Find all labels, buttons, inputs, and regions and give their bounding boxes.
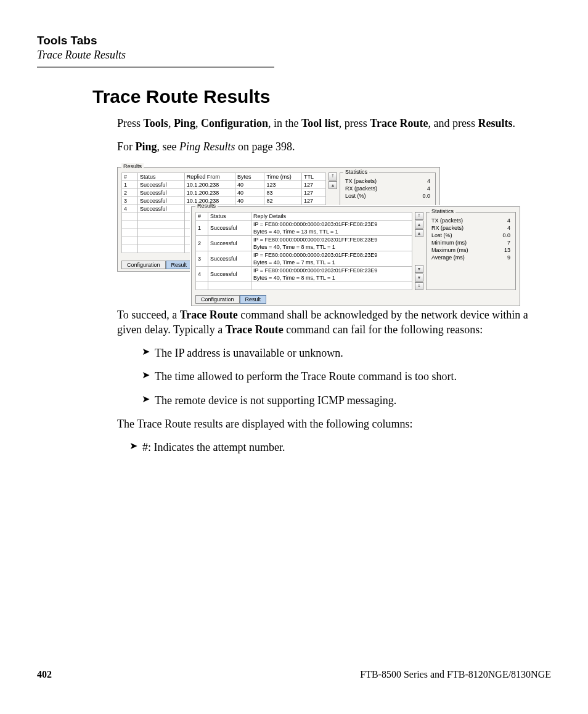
page-footer: 402 FTB-8500 Series and FTB-8120NGE/8130… (37, 669, 551, 680)
bullet-icon: ➤ (129, 440, 137, 453)
stat-row: Minimum (ms)7 (428, 239, 514, 246)
header-rule (37, 67, 274, 68)
panel-group-label: Results (121, 163, 144, 169)
panel-tabs: Configuration Result (121, 261, 192, 269)
list-item: ➤ The IP address is unavailable or unkno… (142, 346, 536, 360)
scroll-top-icon[interactable]: ⤒ (329, 172, 337, 181)
table-row: 3Successful10.1.200.2384082127 (122, 197, 326, 205)
list-item: ➤ The remote device is not supporting IC… (142, 393, 536, 408)
list-item: ➤ #: Indicates the attempt number. (129, 440, 524, 455)
stat-row: Lost (%)0.0 (428, 232, 514, 239)
results-table-ipv6: #StatusReply Details 1Successful IP = FE… (195, 212, 412, 290)
screenshot-figure: Results #StatusReplied FromBytesTime (ms… (117, 163, 551, 299)
table-row: 4Successful IP = FE80:0000:0000:0000:020… (196, 266, 412, 274)
failure-reasons-list: ➤ The IP address is unavailable or unkno… (142, 346, 536, 408)
scroll-pageup-icon[interactable]: ▲ (415, 221, 423, 229)
scroll-top-icon[interactable]: ⤒ (415, 212, 423, 220)
header-section: Tools Tabs (37, 34, 551, 47)
table-row: 1Successful IP = FE80:0000:0000:0000:020… (196, 220, 412, 228)
intro-paragraph-1: Press Tools, Ping, Configuration, in the… (117, 116, 549, 131)
panel-group-label: Results (195, 203, 218, 209)
statistics-label: Statistics (343, 169, 369, 175)
statistics-box: Statistics TX (packets)4 RX (packets)4 L… (426, 212, 516, 290)
explain-paragraph: To succeed, a Trace Route command shall … (117, 307, 549, 338)
tab-result[interactable]: Result (166, 261, 193, 269)
table-row: 2Successful IP = FE80:0000:0000:0000:020… (196, 235, 412, 243)
columns-list: ➤ #: Indicates the attempt number. (129, 440, 524, 455)
results-panel-ipv6: Results #StatusReply Details 1Successful… (191, 206, 520, 306)
scroll-pagedown-icon[interactable]: ▼ (415, 274, 423, 282)
tab-configuration[interactable]: Configuration (121, 261, 166, 269)
panel-tabs: Configuration Result (195, 295, 266, 304)
scrollbar[interactable]: ⤒ ▲ ▲ ▼ ▼ ⤓ (415, 212, 423, 290)
stat-row: RX (packets)4 (341, 185, 434, 192)
stat-row: Maximum (ms)13 (428, 246, 514, 254)
table-row (196, 282, 412, 290)
table-row: 2Successful10.1.200.2384083127 (122, 189, 326, 197)
tab-configuration[interactable]: Configuration (195, 295, 240, 304)
tab-result[interactable]: Result (240, 295, 267, 304)
header-subsection: Trace Route Results (37, 49, 551, 62)
table-header-row: #StatusReplied FromBytesTime (ms)TTL (122, 172, 326, 181)
stat-row: Average (ms)9 (428, 254, 514, 261)
statistics-label: Statistics (430, 208, 455, 214)
stat-row: Lost (%)0.0 (341, 192, 434, 200)
list-item: ➤ The time allowed to perform the Trace … (142, 369, 536, 384)
scroll-bottom-icon[interactable]: ⤓ (415, 282, 423, 290)
bullet-icon: ➤ (142, 369, 150, 382)
footer-doc-title: FTB-8500 Series and FTB-8120NGE/8130NGE (360, 669, 551, 680)
stat-row: RX (packets)4 (428, 224, 514, 232)
page-number: 402 (37, 669, 52, 680)
table-header-row: #StatusReply Details (196, 212, 412, 220)
table-row: 3Successful IP = FE80:0000:0000:0000:020… (196, 251, 412, 259)
stat-row: TX (packets)4 (341, 177, 434, 185)
page-title: Trace Route Results (92, 86, 551, 107)
bullet-icon: ➤ (142, 346, 150, 359)
columns-intro: The Trace Route results are displayed wi… (117, 416, 549, 431)
intro-paragraph-2: For Ping, see Ping Results on page 398. (117, 139, 549, 154)
table-row: 1Successful10.1.200.23840123127 (122, 181, 326, 189)
bullet-icon: ➤ (142, 393, 150, 406)
scroll-down-icon[interactable]: ▼ (415, 265, 423, 273)
scroll-up-icon[interactable]: ▲ (415, 229, 423, 237)
stat-row: TX (packets)4 (428, 217, 514, 224)
scroll-up-icon[interactable]: ▲ (329, 181, 337, 189)
